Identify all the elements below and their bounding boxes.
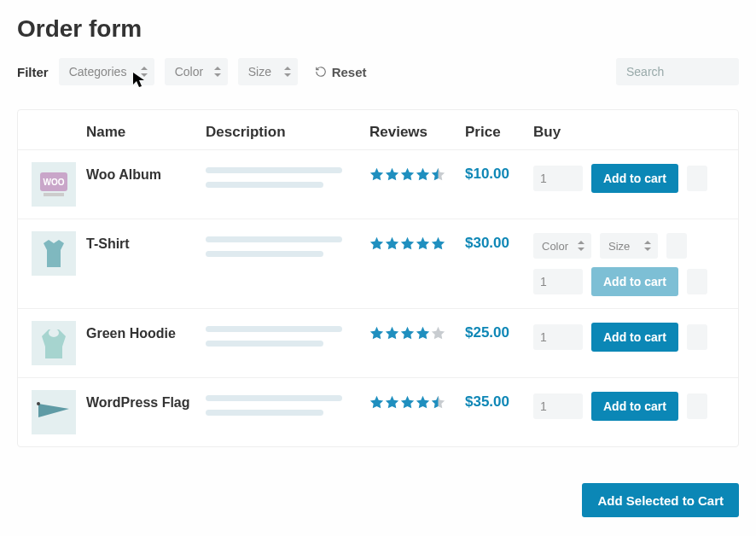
quantity-input[interactable] [533, 324, 583, 350]
row-option[interactable] [687, 269, 707, 294]
star-icon [416, 326, 430, 341]
caret-icon [644, 241, 651, 251]
reset-button[interactable]: Reset [315, 65, 367, 79]
table-row: WordPress Flag $35.00 Add to cart [18, 377, 738, 446]
table-row: WOO Woo Album $10.00 Add to cart [18, 149, 738, 218]
rating-stars [369, 231, 465, 251]
product-thumb-icon: WOO [32, 162, 76, 207]
buy-controls: Color Size Add to cart [533, 231, 724, 296]
table-row: Green Hoodie $25.00 Add to cart [18, 308, 738, 377]
star-icon [431, 395, 445, 410]
undo-icon [315, 66, 327, 78]
star-icon [431, 236, 445, 251]
star-icon [416, 236, 430, 251]
rating-stars [369, 321, 465, 341]
product-table: Name Description Reviews Price Buy WOO W… [17, 109, 739, 447]
product-thumb-icon [32, 390, 76, 434]
svg-point-9 [37, 402, 40, 405]
caret-icon [578, 241, 584, 251]
filter-categories-text: Categories [69, 65, 127, 79]
product-name[interactable]: T-Shirt [86, 231, 206, 252]
variant-color-text: Color [542, 240, 568, 253]
star-icon [385, 167, 399, 182]
variant-size-text: Size [608, 240, 630, 253]
star-icon [369, 236, 384, 251]
product-name[interactable]: Green Hoodie [86, 321, 206, 341]
product-price: $35.00 [465, 390, 533, 411]
filter-label: Filter [17, 65, 49, 79]
quantity-input[interactable] [533, 269, 583, 294]
star-icon [416, 167, 430, 182]
star-icon [385, 326, 399, 341]
product-thumb-icon [32, 321, 76, 365]
star-icon [369, 326, 384, 341]
star-icon [400, 236, 415, 251]
filter-size-text: Size [248, 65, 271, 79]
product-name[interactable]: Woo Album [86, 162, 206, 183]
buy-controls: Add to cart [533, 390, 724, 421]
star-icon [400, 395, 415, 410]
svg-rect-3 [44, 193, 64, 196]
filter-categories-select[interactable]: Categories [59, 58, 154, 85]
star-icon [431, 326, 445, 341]
filter-bar: Filter Categories Color Size Reset [17, 58, 739, 85]
product-description [206, 390, 369, 424]
product-thumbnail[interactable]: WOO [32, 162, 76, 207]
product-thumb-icon [32, 231, 76, 276]
star-icon [400, 167, 415, 182]
rating-stars [369, 162, 465, 182]
caret-icon [141, 67, 148, 77]
table-header: Name Description Reviews Price Buy [18, 110, 738, 149]
product-price: $30.00 [465, 231, 533, 252]
product-price: $10.00 [465, 162, 533, 183]
product-description [206, 231, 369, 265]
svg-point-7 [49, 329, 59, 337]
footer: Add Selected to Cart [0, 463, 756, 526]
product-name[interactable]: WordPress Flag [86, 390, 206, 411]
quantity-input[interactable] [533, 166, 583, 191]
caret-icon [284, 67, 291, 77]
reset-label: Reset [332, 65, 367, 79]
buy-controls: Add to cart [533, 162, 724, 193]
table-row: T-Shirt $30.00 Color Size Add to cart [18, 218, 738, 308]
star-icon [369, 167, 384, 182]
page-title: Order form [17, 15, 739, 43]
column-price: Price [465, 124, 533, 141]
product-price: $25.00 [465, 321, 533, 341]
column-buy: Buy [533, 124, 724, 141]
star-icon [385, 236, 399, 251]
column-reviews: Reviews [369, 124, 465, 141]
product-thumbnail[interactable] [32, 321, 76, 365]
variant-size-select[interactable]: Size [600, 233, 658, 259]
add-to-cart-button[interactable]: Add to cart [591, 164, 678, 193]
quantity-input[interactable] [533, 393, 583, 419]
add-to-cart-button[interactable]: Add to cart [591, 392, 678, 421]
svg-text:WOO: WOO [44, 178, 65, 187]
add-to-cart-button[interactable]: Add to cart [591, 267, 678, 296]
search-input[interactable] [616, 58, 739, 85]
add-to-cart-button[interactable]: Add to cart [591, 323, 678, 352]
product-description [206, 321, 369, 355]
column-description: Description [206, 124, 369, 141]
variant-color-select[interactable]: Color [533, 233, 591, 259]
product-thumbnail[interactable] [32, 231, 76, 276]
caret-icon [214, 67, 221, 77]
filter-color-text: Color [175, 65, 203, 79]
rating-stars [369, 390, 465, 410]
variant-other[interactable] [666, 233, 687, 259]
column-name: Name [86, 124, 206, 141]
star-icon [431, 167, 445, 182]
buy-controls: Add to cart [533, 321, 724, 352]
row-option[interactable] [687, 393, 707, 419]
add-selected-to-cart-button[interactable]: Add Selected to Cart [582, 483, 739, 517]
filter-size-select[interactable]: Size [238, 58, 298, 85]
star-icon [369, 395, 384, 410]
star-icon [416, 395, 430, 410]
star-icon [400, 326, 415, 341]
product-description [206, 162, 369, 196]
star-icon [385, 395, 399, 410]
row-option[interactable] [687, 166, 707, 191]
filter-color-select[interactable]: Color [165, 58, 228, 85]
row-option[interactable] [687, 324, 707, 350]
product-thumbnail[interactable] [32, 390, 76, 434]
